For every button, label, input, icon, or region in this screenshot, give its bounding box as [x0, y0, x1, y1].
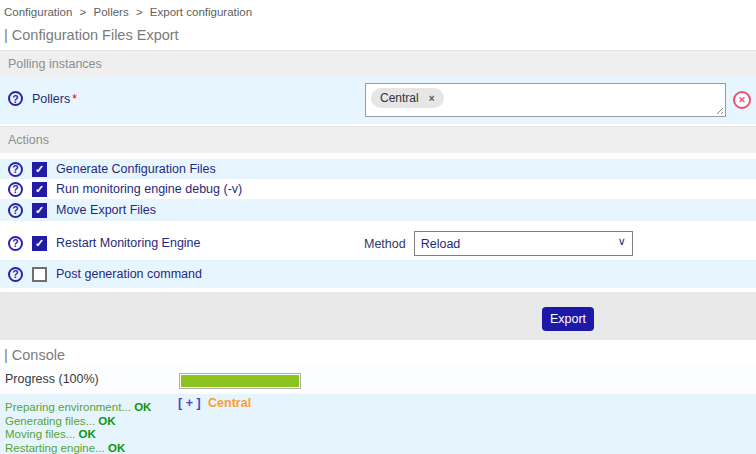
- action-row-debug: ? Run monitoring engine debug (-v): [0, 179, 756, 199]
- status-ok: OK: [79, 428, 96, 440]
- action-label: Generate Configuration Files: [56, 162, 216, 176]
- post-generation-checkbox[interactable]: [32, 267, 47, 282]
- poller-tag-label: Central: [380, 91, 419, 105]
- page-title: | Configuration Files Export: [4, 27, 756, 43]
- status-ok: OK: [134, 401, 151, 413]
- action-label: Restart Monitoring Engine: [56, 236, 201, 250]
- pollers-field-row: ? Pollers* Central × ✕: [0, 77, 756, 124]
- progress-row: Progress (100%): [0, 365, 756, 394]
- resize-handle[interactable]: [714, 105, 723, 114]
- section-header-label: Actions: [8, 133, 49, 147]
- status-ok: OK: [98, 415, 115, 427]
- tag-remove-icon[interactable]: ×: [429, 93, 435, 104]
- tree-node-central: Central: [208, 396, 251, 410]
- console-title: | Console: [4, 347, 756, 363]
- progress-bar-fill: [181, 375, 299, 387]
- action-row-move: ? Move Export Files: [0, 199, 756, 221]
- generate-config-checkbox[interactable]: [32, 162, 47, 177]
- poller-result-tree: [ + ] Central: [178, 396, 251, 410]
- action-label: Run monitoring engine debug (-v): [56, 182, 242, 196]
- breadcrumb-export-configuration[interactable]: Export configuration: [150, 6, 252, 18]
- action-label: Post generation command: [56, 267, 202, 281]
- progress-label: Progress (100%): [5, 372, 99, 386]
- section-header-label: Polling instances: [8, 57, 102, 71]
- action-row-generate: ? Generate Configuration Files: [0, 159, 756, 179]
- pollers-input[interactable]: Central ×: [365, 83, 726, 117]
- breadcrumb: Configuration > Pollers > Export configu…: [0, 0, 756, 18]
- export-button[interactable]: Export: [542, 307, 594, 331]
- run-debug-checkbox[interactable]: [32, 182, 47, 197]
- section-header-actions: Actions: [0, 126, 756, 153]
- clear-field-icon[interactable]: ✕: [733, 91, 751, 109]
- log-line: Restarting engine... OK: [5, 442, 151, 454]
- help-icon[interactable]: ?: [8, 267, 23, 282]
- action-row-postgen: ? Post generation command: [0, 260, 756, 288]
- console-output: Preparing environment... OK Generating f…: [0, 394, 756, 454]
- breadcrumb-configuration[interactable]: Configuration: [4, 6, 72, 18]
- log-line: Preparing environment... OK: [5, 401, 151, 415]
- breadcrumb-separator: >: [80, 6, 87, 18]
- poller-tag-central: Central ×: [371, 88, 444, 108]
- pollers-label: Pollers*: [32, 92, 77, 106]
- breadcrumb-separator: >: [136, 6, 143, 18]
- help-icon[interactable]: ?: [8, 236, 23, 251]
- status-ok: OK: [108, 442, 125, 454]
- help-icon[interactable]: ?: [8, 91, 23, 106]
- export-button-band: Export: [0, 292, 756, 340]
- restart-engine-checkbox[interactable]: [32, 236, 47, 251]
- tree-expand-toggle[interactable]: [ + ]: [178, 396, 201, 410]
- required-asterisk: *: [72, 92, 77, 106]
- help-icon[interactable]: ?: [8, 203, 23, 218]
- help-icon[interactable]: ?: [8, 162, 23, 177]
- method-label: Method: [364, 237, 406, 251]
- move-export-checkbox[interactable]: [32, 203, 47, 218]
- action-label: Move Export Files: [56, 203, 156, 217]
- help-icon[interactable]: ?: [8, 182, 23, 197]
- breadcrumb-pollers[interactable]: Pollers: [94, 6, 129, 18]
- log-line: Generating files... OK: [5, 415, 151, 429]
- log-line: Moving files... OK: [5, 428, 151, 442]
- section-header-polling-instances: Polling instances: [0, 50, 756, 77]
- progress-bar: [179, 373, 301, 389]
- console-log: Preparing environment... OK Generating f…: [5, 401, 151, 454]
- method-select[interactable]: Reload: [414, 231, 633, 256]
- action-row-restart: ? Restart Monitoring Engine Method Reloa…: [0, 228, 756, 258]
